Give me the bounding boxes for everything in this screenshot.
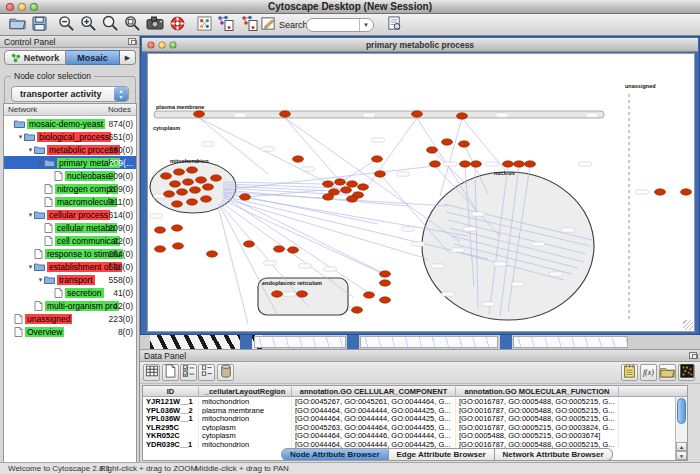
search-field[interactable]: ▼ bbox=[306, 18, 374, 32]
network-node[interactable] bbox=[430, 161, 441, 167]
zoom-out-button[interactable] bbox=[57, 16, 76, 34]
network-node[interactable] bbox=[372, 156, 383, 162]
more-tabs-button[interactable]: ▶ bbox=[120, 50, 136, 65]
notepad-button[interactable] bbox=[621, 364, 638, 381]
tab-node-attribute-browser[interactable]: Node Attribute Browser bbox=[281, 448, 389, 461]
float-panel-icon[interactable] bbox=[689, 352, 697, 359]
table-row[interactable]: YPL036W__1mitochondrion[GO:0044464, GO:0… bbox=[143, 414, 687, 423]
network-node[interactable] bbox=[335, 179, 346, 185]
network-node[interactable] bbox=[190, 187, 201, 193]
tab-network[interactable]: Network bbox=[4, 50, 66, 65]
network-node[interactable] bbox=[272, 291, 283, 297]
tree-item[interactable]: cell communicat22(0) bbox=[4, 234, 136, 247]
network-view-titlebar[interactable]: primary metabolic process bbox=[142, 38, 698, 52]
snapshot-button[interactable] bbox=[145, 16, 164, 34]
scroll-down-icon[interactable]: ▼ bbox=[676, 451, 687, 460]
network-node[interactable] bbox=[457, 113, 468, 119]
tab-mosaic[interactable]: Mosaic bbox=[66, 50, 120, 65]
search-dropdown-arrow-icon[interactable]: ▼ bbox=[359, 19, 372, 31]
network-node[interactable] bbox=[293, 156, 304, 162]
open-button[interactable] bbox=[8, 16, 27, 34]
table-row[interactable]: YJR121W__1mitochondrion[GO:0045267, GO:0… bbox=[143, 397, 687, 406]
resize-grip-icon[interactable] bbox=[683, 320, 693, 330]
network-node[interactable] bbox=[155, 227, 166, 233]
network-node[interactable] bbox=[358, 184, 369, 190]
network-node[interactable] bbox=[459, 141, 470, 147]
network-node[interactable] bbox=[173, 243, 184, 249]
tree-item[interactable]: mosaic-demo-yeast874(0) bbox=[4, 117, 136, 130]
tree-item[interactable]: ▼biological_process651(0) bbox=[4, 130, 136, 143]
tab-edge-attribute-browser[interactable]: Edge Attribute Browser bbox=[389, 448, 495, 461]
scrollbar-thumb[interactable] bbox=[677, 398, 686, 424]
network-canvas[interactable]: plasma membranecytoplasmmitochondrionnuc… bbox=[147, 53, 695, 332]
import-annotation-button[interactable] bbox=[239, 16, 258, 34]
new-attribute-button[interactable] bbox=[162, 364, 179, 381]
table-row[interactable]: YKR052Ccytoplasm[GO:0044464, GO:0044446,… bbox=[143, 431, 687, 440]
tree-item[interactable]: Overview8(0) bbox=[4, 325, 136, 338]
table-column-header[interactable]: ID bbox=[143, 387, 199, 397]
network-node[interactable] bbox=[514, 161, 525, 167]
table-row[interactable]: YDR039C__1mitochondrion[GO:0044464, GO:0… bbox=[143, 440, 687, 449]
tree-expander-icon[interactable]: ▼ bbox=[37, 277, 44, 283]
zoom-in-button[interactable] bbox=[79, 16, 98, 34]
network-node[interactable] bbox=[460, 161, 471, 167]
network-node[interactable] bbox=[187, 167, 198, 173]
network-node[interactable] bbox=[201, 196, 212, 202]
advanced-search-button[interactable] bbox=[385, 16, 404, 34]
network-node[interactable] bbox=[183, 179, 194, 185]
attribute-matrix-button[interactable] bbox=[678, 364, 695, 381]
tree-item[interactable]: ▼transport558(0) bbox=[4, 273, 136, 286]
network-node[interactable] bbox=[503, 161, 514, 167]
table-column-header[interactable]: annotation.GO CELLULAR_COMPONENT bbox=[292, 387, 456, 397]
network-node[interactable] bbox=[161, 173, 172, 179]
tree-item[interactable]: macromolecule311(0) bbox=[4, 195, 136, 208]
scroll-up-icon[interactable]: ▲ bbox=[676, 442, 687, 451]
save-button[interactable] bbox=[30, 16, 49, 34]
network-node[interactable] bbox=[244, 241, 255, 247]
network-node[interactable] bbox=[170, 181, 181, 187]
tree-item[interactable]: response to stimulu264(0) bbox=[4, 247, 136, 260]
table-column-header[interactable]: _cellularLayoutRegion bbox=[199, 387, 292, 397]
network-node[interactable] bbox=[211, 175, 222, 181]
network-node[interactable] bbox=[240, 194, 251, 200]
table-row[interactable]: YPL036W__2plasma membrane[GO:0044464, GO… bbox=[143, 406, 687, 415]
network-node[interactable] bbox=[274, 246, 285, 252]
tree-item[interactable]: ▼metabolic process280(0) bbox=[4, 143, 136, 156]
network-node[interactable] bbox=[427, 147, 438, 153]
network-node[interactable] bbox=[187, 199, 198, 205]
tree-item[interactable]: ▼cellular process614(0) bbox=[4, 208, 136, 221]
attribute-table-header[interactable]: ID_cellularLayoutRegionannotation.GO CEL… bbox=[143, 386, 687, 397]
tree-item[interactable]: nitrogen compo209(0) bbox=[4, 182, 136, 195]
zoom-selected-button[interactable] bbox=[101, 16, 120, 34]
network-node[interactable] bbox=[196, 177, 207, 183]
network-node[interactable] bbox=[203, 184, 214, 190]
search-input[interactable] bbox=[307, 20, 359, 31]
tree-expander-icon[interactable]: ▼ bbox=[37, 160, 44, 166]
network-tree-header[interactable]: Network Nodes bbox=[4, 104, 136, 116]
tree-item[interactable]: ▼establishment of lo558(0) bbox=[4, 260, 136, 273]
network-node[interactable] bbox=[352, 307, 363, 313]
network-node[interactable] bbox=[172, 225, 183, 231]
network-node[interactable] bbox=[375, 171, 386, 177]
table-column-header[interactable]: annotation.GO MOLECULAR_FUNCTION bbox=[456, 387, 619, 397]
float-panel-icon[interactable] bbox=[128, 38, 136, 45]
network-node[interactable] bbox=[288, 247, 299, 253]
function-builder-button[interactable]: f(x) bbox=[640, 364, 657, 381]
network-node[interactable] bbox=[297, 291, 308, 297]
tree-item[interactable]: unassigned223(0) bbox=[4, 312, 136, 325]
network-node[interactable] bbox=[323, 181, 334, 187]
tree-item[interactable]: nucleobase-209(0) bbox=[4, 169, 136, 182]
network-node[interactable] bbox=[525, 161, 536, 167]
network-node[interactable] bbox=[174, 169, 185, 175]
network-node[interactable] bbox=[341, 187, 352, 193]
network-node[interactable] bbox=[155, 246, 166, 252]
attribute-checklist-button[interactable] bbox=[180, 364, 197, 381]
network-node[interactable] bbox=[681, 189, 692, 195]
node-color-dropdown[interactable]: transporter activity ▲▼ bbox=[11, 86, 129, 102]
table-scrollbar[interactable]: ▲ ▼ bbox=[675, 397, 687, 460]
network-node[interactable] bbox=[412, 111, 423, 117]
table-row[interactable]: YLR295Ccytoplasm[GO:0045263, GO:0044464,… bbox=[143, 423, 687, 432]
tree-item[interactable]: multi-organism pro42(0) bbox=[4, 299, 136, 312]
network-node[interactable] bbox=[280, 111, 291, 117]
network-node[interactable] bbox=[172, 201, 183, 207]
